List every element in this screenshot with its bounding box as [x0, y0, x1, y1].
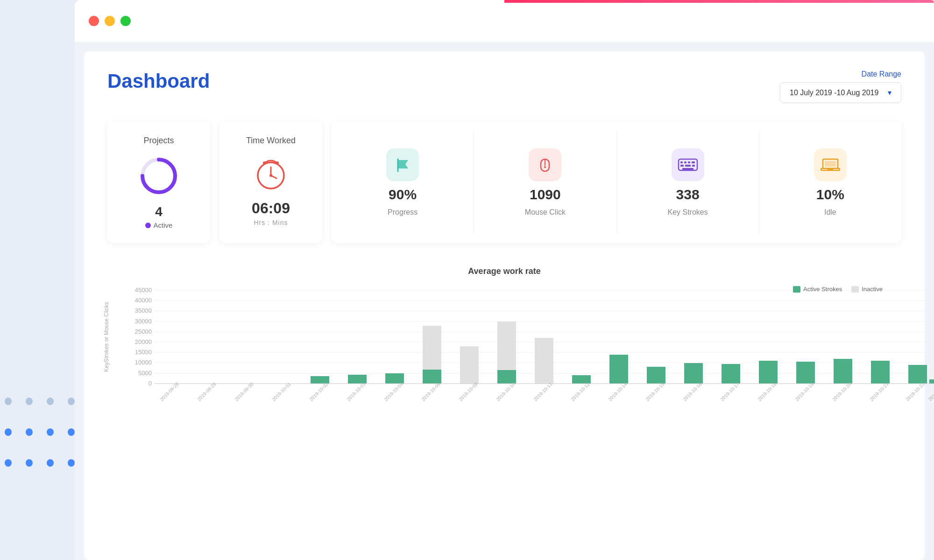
bar-active	[834, 359, 852, 384]
donut-chart	[138, 155, 180, 197]
bar-active	[609, 355, 628, 384]
dot-row	[0, 459, 75, 467]
idle-icon-box	[814, 148, 847, 181]
x-label: 2019-10-01	[271, 381, 292, 402]
bar-active	[908, 365, 927, 384]
key-strokes-label: Key Strokes	[667, 208, 708, 217]
bar-active	[572, 375, 591, 384]
x-label: 2019-10-09	[458, 381, 479, 402]
window-buttons	[89, 16, 131, 26]
svg-rect-18	[685, 165, 691, 167]
svg-rect-20	[682, 168, 693, 170]
bar-inactive	[497, 322, 516, 370]
x-label: 2019-10-08	[421, 381, 441, 402]
metrics-container: 90% Progress 1090 Mouse Click	[332, 122, 901, 243]
sidebar-dot-active	[5, 459, 12, 467]
active-dot	[145, 223, 151, 228]
legend-active-label: Active Strokes	[803, 286, 842, 293]
svg-rect-13	[680, 161, 683, 163]
sidebar-dot-active	[47, 459, 54, 467]
bar-active	[722, 364, 740, 384]
x-label: 2019-10-17	[720, 381, 740, 402]
title-bar	[75, 0, 934, 42]
x-label: 2019-10-22	[905, 381, 926, 402]
x-label: 2019-09-28	[159, 381, 180, 402]
mouse-click-label: Mouse Click	[525, 208, 566, 217]
sidebar-panel	[0, 0, 75, 560]
close-button[interactable]	[89, 16, 99, 26]
x-label: 2019-10-10	[495, 381, 516, 402]
date-range-label: Date Range	[862, 70, 901, 78]
projects-card-title: Projects	[143, 136, 174, 146]
x-label: 2019-10-21	[869, 381, 890, 402]
clock-icon	[252, 155, 290, 192]
legend-inactive-label: Inactive	[862, 286, 883, 293]
bar-active	[647, 367, 665, 384]
laptop-icon	[820, 156, 841, 173]
svg-point-4	[276, 161, 279, 164]
x-label: 2019-10-04	[383, 381, 404, 402]
dot-row	[0, 428, 75, 436]
svg-text:20000: 20000	[135, 338, 152, 345]
flag-icon	[393, 155, 412, 174]
legend-inactive: Inactive	[851, 286, 883, 293]
bar-inactive	[460, 346, 479, 384]
keyboard-icon	[678, 156, 698, 173]
svg-point-11	[544, 166, 546, 168]
svg-text:0: 0	[149, 380, 152, 387]
x-label: 2019-09-30	[234, 381, 255, 402]
bar-active	[385, 373, 404, 384]
header-row: Dashboard Date Range 10 July 2019 -10 Au…	[107, 70, 901, 103]
chevron-down-icon: ▾	[888, 88, 892, 97]
main-content: Dashboard Date Range 10 July 2019 -10 Au…	[84, 51, 925, 560]
metric-idle: 10% Idle	[759, 131, 901, 234]
x-label: 2019-10-14	[608, 381, 628, 402]
x-label: 2019-10-03	[346, 381, 367, 402]
legend-active-icon	[793, 286, 800, 293]
sidebar-dot	[5, 398, 12, 405]
svg-rect-19	[692, 165, 695, 167]
bar-active	[796, 362, 815, 384]
sidebar-dot-active	[47, 428, 54, 436]
time-unit: Hrs : Mins	[254, 219, 288, 226]
sidebar-dot-active	[26, 459, 33, 467]
svg-text:45000: 45000	[135, 287, 152, 294]
minimize-button[interactable]	[105, 16, 115, 26]
stats-row: Projects 4 Active Time Worked	[107, 122, 901, 243]
x-label: 2019-10-15	[645, 381, 665, 402]
bar-active	[497, 370, 516, 384]
time-value: 06:09	[252, 200, 290, 217]
x-label: 2019-10-19	[794, 381, 815, 402]
date-range-value: 10 July 2019 -10 Aug 2019	[790, 89, 878, 97]
chart-title: Average work rate	[107, 266, 901, 276]
title-bar-accent	[504, 0, 934, 3]
mouse-icon	[536, 155, 554, 174]
page-title: Dashboard	[107, 70, 210, 92]
progress-icon-box	[386, 148, 419, 181]
dot-row	[0, 398, 75, 405]
svg-text:40000: 40000	[135, 297, 152, 304]
metric-mouse-click: 1090 Mouse Click	[474, 131, 616, 234]
svg-rect-24	[828, 169, 833, 170]
x-label: 2019-10-23	[927, 381, 934, 402]
projects-card: Projects 4 Active	[107, 122, 210, 243]
maximize-button[interactable]	[120, 16, 131, 26]
bar-active	[423, 370, 441, 384]
x-label: 2019-10-16	[682, 381, 703, 402]
svg-text:30000: 30000	[135, 318, 152, 325]
keyboard-icon-box	[672, 148, 704, 181]
time-worked-card: Time Worked 06:09 Hrs :	[219, 122, 322, 243]
date-range-dropdown[interactable]: 10 July 2019 -10 Aug 2019 ▾	[780, 82, 901, 103]
mouse-click-icon-box	[529, 148, 561, 181]
y-axis-label: KeyStrokes or Mouse Clicks	[103, 302, 110, 372]
svg-text:25000: 25000	[135, 328, 152, 335]
bar-active	[759, 361, 778, 384]
svg-rect-14	[684, 161, 686, 163]
active-label: Active	[154, 221, 173, 229]
metric-progress: 90% Progress	[332, 131, 474, 234]
chart-container: Active Strokes Inactive	[107, 286, 901, 409]
sidebar-dot-active	[26, 428, 33, 436]
svg-rect-17	[680, 165, 684, 167]
svg-text:15000: 15000	[135, 349, 152, 356]
sidebar-dot	[26, 398, 33, 405]
